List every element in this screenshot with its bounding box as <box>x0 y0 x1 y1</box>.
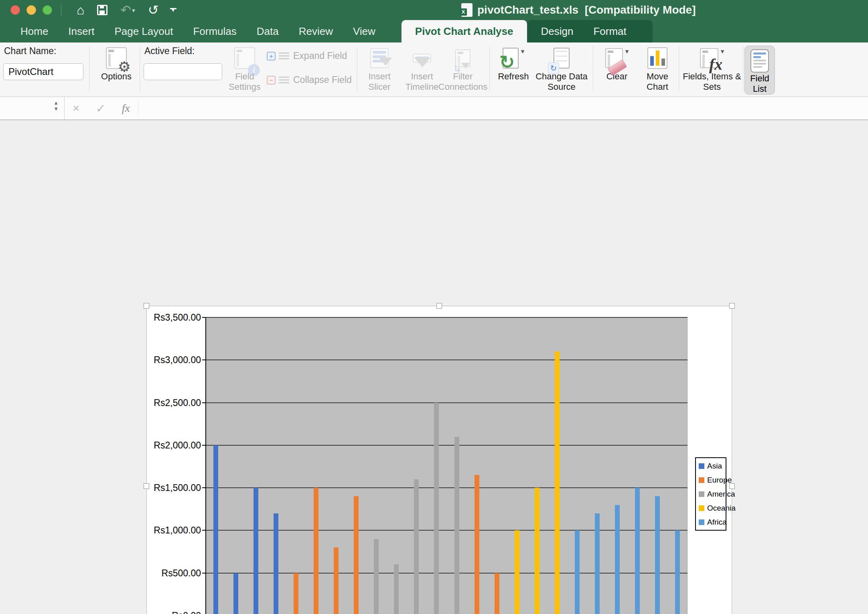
legend-swatch <box>699 491 704 497</box>
field-list-button[interactable]: Field List <box>744 46 775 95</box>
pivot-chart-object[interactable]: Rs3,500.00Rs3,000.00Rs2,500.00Rs2,000.00… <box>146 306 732 614</box>
chart-name-input[interactable] <box>3 63 83 80</box>
refresh-icon: ↻ ▾ <box>503 45 525 71</box>
name-box[interactable]: ▲▼ <box>0 97 64 119</box>
chart-bar[interactable] <box>595 513 600 614</box>
chart-bar[interactable] <box>535 488 539 614</box>
insert-slicer-icon <box>370 45 389 71</box>
active-field-input[interactable] <box>144 63 222 80</box>
title-bar: ⌂ ↶▾ ↺ ▾ pivotChart_test.xls [Compatibil… <box>0 0 868 20</box>
legend-series-name: Africa <box>707 518 727 527</box>
y-axis-label: Rs3,000.00 <box>148 355 201 366</box>
chart-bar[interactable] <box>374 539 379 614</box>
tab-format[interactable]: Format <box>583 20 636 42</box>
chart-bar[interactable] <box>575 530 580 614</box>
move-chart-button[interactable]: Move Chart <box>639 45 675 95</box>
legend-swatch <box>699 505 704 511</box>
options-button[interactable]: ⚙ Options <box>95 45 137 95</box>
chart-bar[interactable] <box>213 445 218 614</box>
chart-bar[interactable] <box>515 530 519 614</box>
chart-bar[interactable] <box>555 351 560 614</box>
chart-bar[interactable] <box>274 513 278 614</box>
customize-toolbar-icon[interactable]: ▾ <box>171 8 174 12</box>
tab-data[interactable]: Data <box>247 20 289 42</box>
chart-bar[interactable] <box>635 488 640 614</box>
refresh-button[interactable]: ↻ ▾ Refresh <box>493 45 534 95</box>
group-divider <box>89 46 89 91</box>
tab-home[interactable]: Home <box>10 20 58 42</box>
tab-view[interactable]: View <box>343 20 385 42</box>
change-data-source-button[interactable]: ↻ Change Data Source <box>533 45 590 95</box>
gridline <box>206 317 688 318</box>
chart-bar[interactable] <box>615 505 620 614</box>
ribbon-tab-bar: Home Insert Page Layout Formulas Data Re… <box>0 20 868 42</box>
expand-field-button: + Expand Field <box>267 50 347 61</box>
refresh-dropdown-icon: ▾ <box>521 47 525 56</box>
formula-input[interactable] <box>138 97 868 119</box>
zoom-window-button[interactable] <box>43 5 52 15</box>
tab-insert[interactable]: Insert <box>58 20 104 42</box>
group-divider <box>140 46 140 91</box>
chart-bar[interactable] <box>655 496 660 614</box>
group-divider <box>489 46 490 91</box>
chart-bar[interactable] <box>675 530 680 614</box>
tab-pivot-chart-analyse[interactable]: Pivot Chart Analyse <box>402 20 527 42</box>
change-data-source-icon: ↻ <box>554 45 570 71</box>
expand-field-icon: + <box>267 52 276 61</box>
chart-bar[interactable] <box>414 479 419 614</box>
tab-review[interactable]: Review <box>289 20 343 42</box>
ribbon: Chart Name: ⚙ Options Active Field: i Fi… <box>0 42 868 97</box>
tab-design[interactable]: Design <box>531 20 584 42</box>
home-icon[interactable]: ⌂ <box>77 4 84 16</box>
chart-bar[interactable] <box>394 564 399 614</box>
legend-series-name: Oceania <box>707 504 736 513</box>
chart-bar[interactable] <box>434 403 439 614</box>
undo-icon: ↶▾ <box>120 4 135 16</box>
excel-document-icon <box>461 3 473 17</box>
insert-slicer-button: Insert Slicer <box>360 45 399 95</box>
chart-legend[interactable]: AsiaEuropeAmericaOceaniaAfrica <box>695 457 726 531</box>
field-list-icon <box>750 49 769 73</box>
close-window-button[interactable] <box>10 5 20 15</box>
selection-handle-ne[interactable] <box>729 303 735 309</box>
legend-entry: Asia <box>696 459 726 473</box>
chart-bar[interactable] <box>334 547 339 614</box>
enter-icon: ✓ <box>96 101 106 115</box>
gridline <box>206 360 688 360</box>
worksheet-canvas[interactable]: Rs3,500.00Rs3,000.00Rs2,500.00Rs2,000.00… <box>0 120 868 614</box>
chart-bar[interactable] <box>254 488 258 614</box>
formula-bar-divider <box>64 97 65 119</box>
toolbar-divider <box>61 4 61 16</box>
collapse-field-button: − Collapse Field <box>267 75 352 85</box>
save-icon[interactable] <box>97 5 107 15</box>
window-title: pivotChart_test.xls [Compatibility Mode] <box>477 4 696 16</box>
clear-button[interactable]: ▾ Clear <box>597 45 637 95</box>
chart-bar[interactable] <box>454 437 459 614</box>
move-chart-icon <box>647 45 667 71</box>
selection-handle-nw[interactable] <box>144 303 149 309</box>
legend-entry: Europe <box>696 473 726 487</box>
formula-bar: ▲▼ × ✓ fx <box>0 97 868 120</box>
chart-bar[interactable] <box>294 573 298 614</box>
selection-handle-n[interactable] <box>436 303 442 309</box>
selection-handle-w[interactable] <box>144 483 149 489</box>
field-settings-icon: i <box>234 45 255 71</box>
name-box-stepper[interactable]: ▲▼ <box>53 100 59 111</box>
minimize-window-button[interactable] <box>26 5 36 15</box>
tab-formulas[interactable]: Formulas <box>183 20 246 42</box>
chart-bar[interactable] <box>354 496 359 614</box>
chart-bar[interactable] <box>233 573 238 614</box>
y-axis-line <box>205 317 206 614</box>
chart-bar[interactable] <box>495 573 499 614</box>
selection-handle-e[interactable] <box>729 483 735 489</box>
legend-series-name: America <box>707 490 735 499</box>
insert-function-icon[interactable]: fx <box>122 102 130 115</box>
chart-bar[interactable] <box>314 488 318 614</box>
redo-icon[interactable]: ↺ <box>148 4 159 16</box>
legend-entry: Oceania <box>696 501 726 515</box>
legend-swatch <box>699 477 704 483</box>
fields-items-sets-button[interactable]: fx ▾ Fields, Items & Sets <box>682 45 742 95</box>
tab-page-layout[interactable]: Page Layout <box>104 20 183 42</box>
gridline <box>206 487 688 488</box>
chart-bar[interactable] <box>475 475 479 614</box>
